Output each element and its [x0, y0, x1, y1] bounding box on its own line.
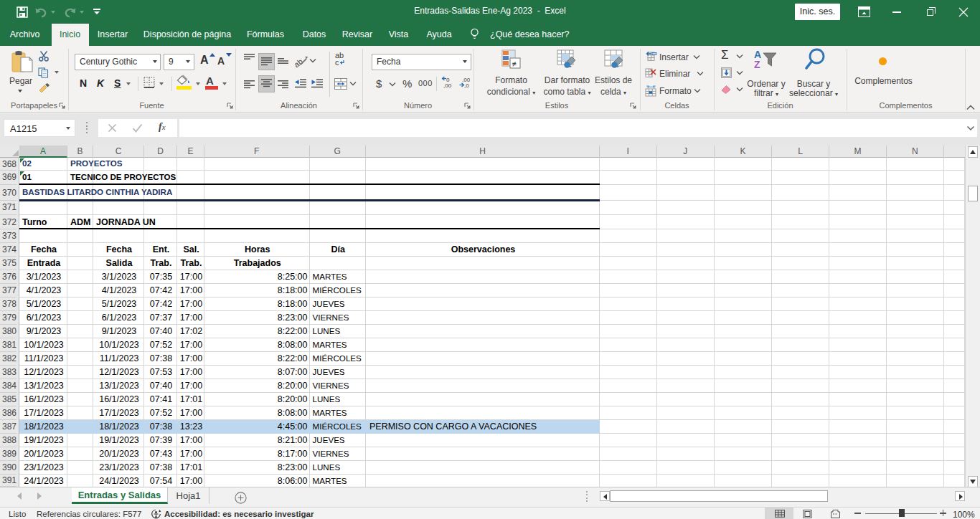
svg-text:,00: ,00: [443, 82, 452, 88]
svg-text:≠: ≠: [512, 59, 517, 68]
svg-text:c: c: [335, 58, 339, 67]
svg-text:,0: ,0: [464, 82, 469, 88]
svg-text:Z: Z: [754, 59, 760, 70]
